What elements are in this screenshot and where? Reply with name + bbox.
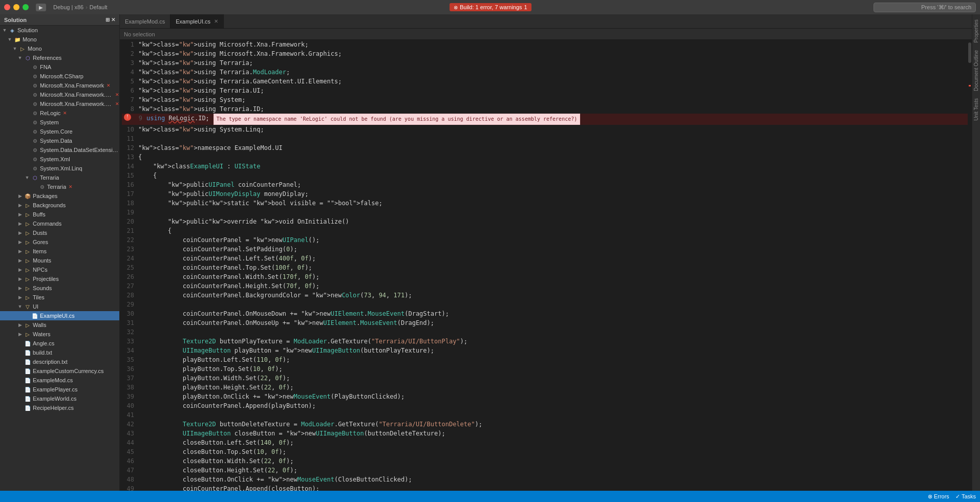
code-editor[interactable]: 1"kw">class="kw">using Microsoft.Xna.Fra… (120, 40, 968, 491)
maximize-window-button[interactable] (23, 4, 29, 10)
line-text-3: "kw">class (138, 58, 175, 68)
code-line-36: 36 playButton.Top.Set(10, 0f); (122, 364, 968, 374)
line-num-20: 20 (124, 217, 138, 226)
tree-item-system-xml[interactable]: ⚙ System.Xml (0, 155, 119, 164)
tree-item-relogic[interactable]: ⚙ ReLogic ✕ (0, 108, 119, 118)
sidebar-controls[interactable]: ⊞ ✕ (105, 17, 115, 23)
tree-arrow-gores: ▶ (17, 239, 23, 245)
code-line-4: 4"kw">class="kw">using Terraria.ModLoade… (122, 68, 968, 77)
tree-item-solution[interactable]: ▼ ◈ Solution (0, 26, 119, 35)
titlebar: ▶ Debug | x86 › Default ⊗ Build: 1 error… (0, 0, 980, 14)
tree-item-build-txt[interactable]: 📄 build.txt (0, 348, 119, 357)
tree-item-buffs[interactable]: ▶ ▷ Buffs (0, 210, 119, 219)
tree-item-walls[interactable]: ▶ ▷ Walls (0, 320, 119, 330)
line-text-25: coinCounterPanel.Top.Set(100f, 0f); (138, 263, 312, 272)
tree-arrow-terraria: ▼ (25, 175, 30, 180)
build-status[interactable]: ⊗ Build: 1 error, 7 warnings 1 (450, 3, 531, 11)
tree-item-mono2[interactable]: ▼ ▷ Mono (0, 44, 119, 53)
error-badge-relogic: ✕ (63, 111, 67, 116)
code-line-45: 45 closeButton.Top.Set(10, 0f); (122, 447, 968, 456)
line-text-12: "kw">class (138, 143, 175, 152)
tree-item-system-xmllinq[interactable]: ⚙ System.Xml.Linq (0, 164, 119, 173)
close-window-button[interactable] (4, 4, 10, 10)
tree-item-packages[interactable]: ▶ 📦 Packages (0, 191, 119, 201)
tree-item-microsoft-csharp[interactable]: ⚙ Microsoft.CSharp (0, 72, 119, 81)
sidebar-item-description-txt: description.txt (33, 359, 68, 365)
tree-item-angle-cs[interactable]: 📄 Angle.cs (0, 339, 119, 348)
document-outline-tab[interactable]: Document Outline (972, 47, 980, 94)
errors-button[interactable]: ⊗ Errors (928, 493, 949, 500)
tree-item-gores[interactable]: ▶ ▷ Gores (0, 237, 119, 247)
line-text-26: coinCounterPanel.Width.Set(170f, 0f); (138, 272, 319, 281)
code-line-33: 33 Texture2D buttonPlayTexture = ModLoad… (122, 337, 968, 346)
line-num-14: 14 (124, 162, 138, 171)
tree-item-mxf[interactable]: ⚙ Microsoft.Xna.Framework ✕ (0, 81, 119, 90)
tree-item-backgrounds[interactable]: ▶ ▷ Backgrounds (0, 201, 119, 210)
code-line-41: 41 (122, 410, 968, 420)
play-button[interactable]: ▶ (36, 4, 46, 11)
tree-item-commands[interactable]: ▶ ▷ Commands (0, 219, 119, 228)
unit-tests-tab[interactable]: Unit Tests (972, 95, 980, 124)
tasks-button[interactable]: ✓ Tasks (955, 493, 976, 500)
ref-icon-system: ⚙ (31, 119, 38, 126)
tab-examplemod-cs[interactable]: ExampleMod.cs (120, 14, 171, 28)
tree-item-waters[interactable]: ▶ ▷ Waters (0, 330, 119, 339)
tree-item-npcs[interactable]: ▶ ▷ NPCs (0, 265, 119, 274)
error-scroll-marker (969, 85, 971, 86)
tree-item-recipehelper[interactable]: 📄 RecipeHelper.cs (0, 403, 119, 412)
tab-exampleui-cs[interactable]: ExampleUI.cs ✕ (171, 14, 224, 28)
tree-item-references[interactable]: ▼ ⬡ References (0, 53, 119, 62)
tree-item-mono[interactable]: ▼ 📁 Mono (0, 35, 119, 44)
line-text-39: playButton.OnClick += "kw">new (138, 392, 293, 401)
sidebar-item-system-dataset: System.Data.DataSetExtensions (40, 147, 119, 153)
sidebar-item-fna: FNA (40, 64, 51, 70)
line-num-34: 34 (124, 346, 138, 355)
tree-item-mxfg[interactable]: ⚙ Microsoft.Xna.Framework.Game ✕ (0, 90, 119, 99)
sidebar-item-relogic: ReLogic (40, 110, 60, 116)
tree-item-exampleui[interactable]: 📄 ExampleUI.cs (0, 311, 119, 320)
sidebar-item-tiles: Tiles (33, 294, 45, 300)
tree-item-exampleworld[interactable]: 📄 ExampleWorld.cs (0, 394, 119, 403)
tree-item-tiles[interactable]: ▶ ▷ Tiles (0, 293, 119, 302)
line-num-4: 4 (124, 68, 138, 77)
scrollbar-thumb[interactable] (968, 42, 971, 63)
tree-item-terraria-sub[interactable]: ⚙ Terraria ✕ (0, 182, 119, 191)
folder-icon-projectiles: ▷ (24, 275, 31, 282)
sidebar-item-buffs: Buffs (33, 211, 46, 217)
error-badge-mxfgr: ✕ (115, 101, 119, 106)
sidebar-item-solution: Solution (17, 27, 38, 33)
tree-arrow-npcs: ▶ (17, 267, 23, 272)
tree-item-mxfgr[interactable]: ⚙ Microsoft.Xna.Framework.Graphics ✕ (0, 99, 119, 108)
tree-arrow-dusts: ▶ (17, 230, 23, 235)
tree-item-description-txt[interactable]: 📄 description.txt (0, 357, 119, 366)
tree-item-exampleplayer[interactable]: 📄 ExamplePlayer.cs (0, 385, 119, 394)
line-text-17: "kw">public (138, 189, 208, 199)
line-text-44: closeButton.Left.Set(140, 0f); (138, 438, 293, 447)
sidebar-content[interactable]: ▼ ◈ Solution ▼ 📁 Mono ▼ ▷ Mono ▼ ⬡ Refer… (0, 26, 119, 491)
tree-item-system-core[interactable]: ⚙ System.Core (0, 127, 119, 136)
pkg-folder-icon: 📦 (24, 192, 31, 200)
tree-item-examplecustomcurrency[interactable]: 📄 ExampleCustomCurrency.cs (0, 366, 119, 376)
minimize-window-button[interactable] (13, 4, 19, 10)
tree-item-items[interactable]: ▶ ▷ Items (0, 247, 119, 256)
tree-item-fna[interactable]: ⚙ FNA (0, 62, 119, 72)
tree-item-terraria-folder[interactable]: ▼ ⬡ Terraria (0, 173, 119, 182)
tree-item-dusts[interactable]: ▶ ▷ Dusts (0, 228, 119, 237)
line-text-36: playButton.Top.Set(10, 0f); (138, 364, 283, 374)
tree-item-examplemod-cs[interactable]: 📄 ExampleMod.cs (0, 376, 119, 385)
line-num-5: 5 (124, 77, 138, 86)
tree-item-system[interactable]: ⚙ System (0, 118, 119, 127)
tab-close-button[interactable]: ✕ (214, 18, 218, 24)
tree-item-sounds[interactable]: ▶ ▷ Sounds (0, 283, 119, 293)
editor-scrollbar[interactable] (968, 40, 972, 491)
tree-item-ui[interactable]: ▼ ▽ UI (0, 302, 119, 311)
sidebar: Solution ⊞ ✕ ▼ ◈ Solution ▼ 📁 Mono ▼ ▷ M… (0, 14, 120, 491)
sidebar-item-npcs: NPCs (33, 267, 48, 273)
properties-panel-tab[interactable]: Properties (972, 16, 980, 46)
tree-item-system-data[interactable]: ⚙ System.Data (0, 136, 119, 145)
tree-item-projectiles[interactable]: ▶ ▷ Projectiles (0, 274, 119, 283)
search-box[interactable]: Press '⌘/' to search (874, 3, 976, 12)
tree-item-mounts[interactable]: ▶ ▷ Mounts (0, 256, 119, 265)
tree-item-system-dataset[interactable]: ⚙ System.Data.DataSetExtensions (0, 145, 119, 155)
line-num-24: 24 (124, 254, 138, 263)
